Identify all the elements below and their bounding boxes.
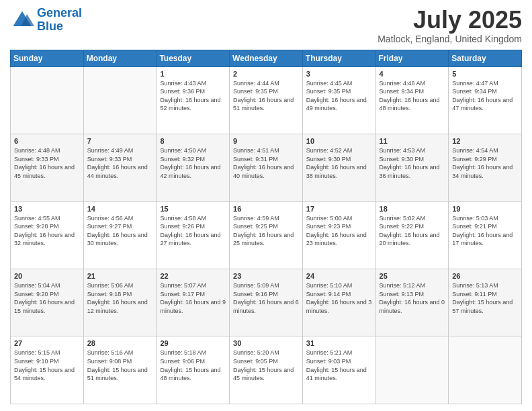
calendar-cell [375,336,449,404]
day-number: 25 [380,272,445,280]
day-info: Sunrise: 4:51 AMSunset: 9:31 PMDaylight:… [233,146,299,180]
calendar-cell: 25Sunrise: 5:12 AMSunset: 9:13 PMDayligh… [375,269,449,336]
day-number: 20 [14,272,80,280]
calendar-header-thursday: Thursday [302,50,375,66]
day-number: 28 [87,339,153,347]
day-number: 18 [380,205,445,213]
day-info: Sunrise: 4:53 AMSunset: 9:30 PMDaylight:… [380,146,445,180]
calendar-header-friday: Friday [375,50,449,66]
page: General Blue July 2025 Matlock, England,… [0,0,532,411]
calendar-cell: 4Sunrise: 4:46 AMSunset: 9:34 PMDaylight… [375,66,449,134]
calendar-cell [11,66,84,134]
calendar-cell: 14Sunrise: 4:56 AMSunset: 9:27 PMDayligh… [83,201,157,269]
day-info: Sunrise: 4:50 AMSunset: 9:32 PMDaylight:… [160,146,226,180]
header: General Blue July 2025 Matlock, England,… [10,7,522,44]
day-number: 14 [87,205,153,213]
title-block: July 2025 Matlock, England, United Kingd… [378,7,522,44]
day-number: 27 [14,339,80,347]
calendar-header-monday: Monday [83,50,157,66]
calendar-cell: 26Sunrise: 5:13 AMSunset: 9:11 PMDayligh… [449,269,522,336]
calendar-cell: 30Sunrise: 5:20 AMSunset: 9:05 PMDayligh… [230,336,303,404]
day-number: 21 [87,272,153,280]
day-number: 4 [380,70,445,78]
calendar-cell: 22Sunrise: 5:07 AMSunset: 9:17 PMDayligh… [157,269,230,336]
calendar-header-tuesday: Tuesday [157,50,230,66]
main-title: July 2025 [378,7,522,34]
day-number: 1 [160,70,226,78]
day-info: Sunrise: 4:44 AMSunset: 9:35 PMDaylight:… [233,79,299,113]
calendar-cell: 18Sunrise: 5:02 AMSunset: 9:22 PMDayligh… [375,201,449,269]
day-info: Sunrise: 5:09 AMSunset: 9:16 PMDaylight:… [233,281,299,315]
day-number: 30 [233,339,299,347]
day-info: Sunrise: 4:45 AMSunset: 9:35 PMDaylight:… [306,79,372,113]
day-info: Sunrise: 5:18 AMSunset: 9:06 PMDaylight:… [160,349,226,382]
calendar-cell: 3Sunrise: 4:45 AMSunset: 9:35 PMDaylight… [302,66,375,134]
calendar-cell: 1Sunrise: 4:43 AMSunset: 9:36 PMDaylight… [157,66,230,134]
calendar-cell: 24Sunrise: 5:10 AMSunset: 9:14 PMDayligh… [302,269,375,336]
day-info: Sunrise: 5:10 AMSunset: 9:14 PMDaylight:… [306,281,372,315]
day-info: Sunrise: 5:16 AMSunset: 9:08 PMDaylight:… [87,349,153,382]
day-number: 26 [452,272,518,280]
day-number: 5 [452,70,518,78]
calendar-header-wednesday: Wednesday [230,50,303,66]
day-number: 24 [306,272,372,280]
calendar-cell: 9Sunrise: 4:51 AMSunset: 9:31 PMDaylight… [230,134,303,201]
calendar-cell: 28Sunrise: 5:16 AMSunset: 9:08 PMDayligh… [83,336,157,404]
day-number: 19 [452,205,518,213]
calendar-cell: 13Sunrise: 4:55 AMSunset: 9:28 PMDayligh… [11,201,84,269]
calendar-week-2: 6Sunrise: 4:48 AMSunset: 9:33 PMDaylight… [11,134,522,201]
calendar-week-4: 20Sunrise: 5:04 AMSunset: 9:20 PMDayligh… [11,269,522,336]
day-info: Sunrise: 5:20 AMSunset: 9:05 PMDaylight:… [233,349,299,382]
calendar-cell: 27Sunrise: 5:15 AMSunset: 9:10 PMDayligh… [11,336,84,404]
calendar-cell: 12Sunrise: 4:54 AMSunset: 9:29 PMDayligh… [449,134,522,201]
calendar-cell: 2Sunrise: 4:44 AMSunset: 9:35 PMDaylight… [230,66,303,134]
day-info: Sunrise: 4:43 AMSunset: 9:36 PMDaylight:… [160,79,226,113]
day-info: Sunrise: 4:56 AMSunset: 9:27 PMDaylight:… [87,214,153,248]
logo-text: General Blue [37,7,82,34]
day-number: 2 [233,70,299,78]
day-number: 22 [160,272,226,280]
calendar-cell: 5Sunrise: 4:47 AMSunset: 9:34 PMDaylight… [449,66,522,134]
calendar-cell: 16Sunrise: 4:59 AMSunset: 9:25 PMDayligh… [230,201,303,269]
day-number: 11 [380,137,445,145]
calendar-cell: 19Sunrise: 5:03 AMSunset: 9:21 PMDayligh… [449,201,522,269]
calendar-cell: 11Sunrise: 4:53 AMSunset: 9:30 PMDayligh… [375,134,449,201]
calendar-cell: 8Sunrise: 4:50 AMSunset: 9:32 PMDaylight… [157,134,230,201]
calendar-cell: 31Sunrise: 5:21 AMSunset: 9:03 PMDayligh… [302,336,375,404]
subtitle: Matlock, England, United Kingdom [378,34,522,44]
day-number: 7 [87,137,153,145]
day-info: Sunrise: 5:07 AMSunset: 9:17 PMDaylight:… [160,281,226,315]
day-info: Sunrise: 4:47 AMSunset: 9:34 PMDaylight:… [452,79,518,113]
day-info: Sunrise: 5:21 AMSunset: 9:03 PMDaylight:… [306,349,372,382]
calendar-cell: 23Sunrise: 5:09 AMSunset: 9:16 PMDayligh… [230,269,303,336]
calendar-header-sunday: Sunday [11,50,84,66]
day-info: Sunrise: 5:04 AMSunset: 9:20 PMDaylight:… [14,281,80,315]
day-info: Sunrise: 5:00 AMSunset: 9:23 PMDaylight:… [306,214,372,248]
logo-general: General [37,6,82,19]
day-info: Sunrise: 4:48 AMSunset: 9:33 PMDaylight:… [14,146,80,180]
calendar-week-3: 13Sunrise: 4:55 AMSunset: 9:28 PMDayligh… [11,201,522,269]
day-number: 10 [306,137,372,145]
day-info: Sunrise: 4:49 AMSunset: 9:33 PMDaylight:… [87,146,153,180]
calendar-cell: 17Sunrise: 5:00 AMSunset: 9:23 PMDayligh… [302,201,375,269]
calendar-header-row: SundayMondayTuesdayWednesdayThursdayFrid… [11,50,522,66]
calendar-week-5: 27Sunrise: 5:15 AMSunset: 9:10 PMDayligh… [11,336,522,404]
day-number: 8 [160,137,226,145]
day-info: Sunrise: 4:58 AMSunset: 9:26 PMDaylight:… [160,214,226,248]
day-info: Sunrise: 5:06 AMSunset: 9:18 PMDaylight:… [87,281,153,315]
day-number: 31 [306,339,372,347]
day-number: 17 [306,205,372,213]
day-info: Sunrise: 4:59 AMSunset: 9:25 PMDaylight:… [233,214,299,248]
day-info: Sunrise: 5:03 AMSunset: 9:21 PMDaylight:… [452,214,518,248]
calendar-cell: 10Sunrise: 4:52 AMSunset: 9:30 PMDayligh… [302,134,375,201]
day-info: Sunrise: 5:13 AMSunset: 9:11 PMDaylight:… [452,281,518,315]
day-number: 29 [160,339,226,347]
calendar-cell: 20Sunrise: 5:04 AMSunset: 9:20 PMDayligh… [11,269,84,336]
calendar-cell [449,336,522,404]
calendar-cell: 6Sunrise: 4:48 AMSunset: 9:33 PMDaylight… [11,134,84,201]
logo-blue-text: Blue [37,19,63,33]
day-info: Sunrise: 5:15 AMSunset: 9:10 PMDaylight:… [14,349,80,382]
day-info: Sunrise: 4:46 AMSunset: 9:34 PMDaylight:… [380,79,445,113]
day-number: 9 [233,137,299,145]
day-number: 13 [14,205,80,213]
